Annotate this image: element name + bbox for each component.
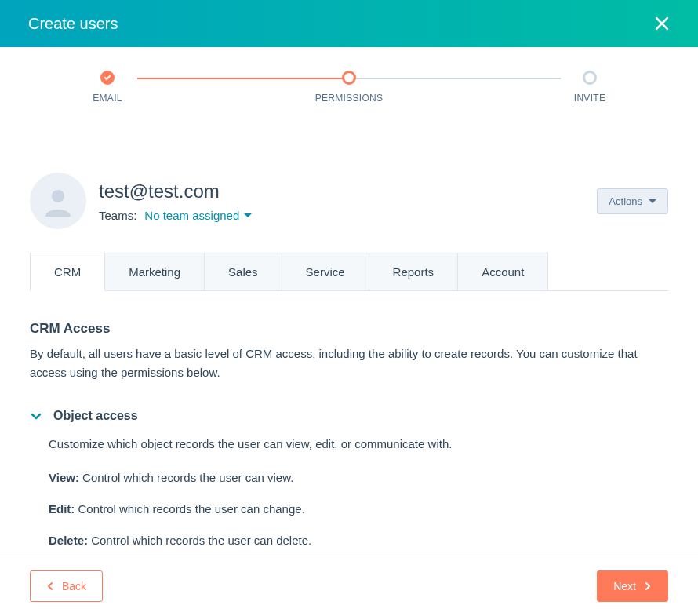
user-info: test@test.com Teams: No team assigned (99, 180, 252, 222)
step-circle-pending (583, 71, 597, 85)
teams-select[interactable]: No team assigned (144, 209, 252, 222)
footer: Back Next (0, 556, 698, 616)
object-access-toggle[interactable]: Object access (30, 409, 668, 423)
step-permissions[interactable]: PERMISSIONS (318, 71, 380, 104)
svg-point-0 (52, 190, 64, 202)
next-button[interactable]: Next (597, 570, 668, 602)
tab-sales[interactable]: Sales (204, 253, 282, 290)
step-invite[interactable]: INVITE (558, 71, 621, 104)
modal-title: Create users (28, 15, 118, 33)
modal-header: Create users (0, 0, 698, 47)
step-line-completed (137, 78, 351, 79)
permission-desc: Control which records the user can delet… (88, 534, 311, 547)
team-value: No team assigned (144, 209, 239, 222)
permission-desc: Control which records the user can view. (79, 471, 293, 484)
user-identity: test@test.com Teams: No team assigned (30, 173, 252, 229)
actions-label: Actions (609, 195, 642, 207)
back-label: Back (62, 580, 86, 592)
tab-account[interactable]: Account (457, 253, 548, 290)
object-access-desc: Customize which object records the user … (49, 437, 668, 450)
object-access-title: Object access (53, 409, 138, 423)
tab-crm[interactable]: CRM (30, 253, 105, 291)
permission-line: Delete: Control which records the user c… (49, 532, 668, 549)
tab-service[interactable]: Service (282, 253, 369, 290)
next-label: Next (613, 580, 636, 592)
actions-button[interactable]: Actions (597, 188, 668, 214)
permission-line: Edit: Control which records the user can… (49, 501, 668, 518)
user-email: test@test.com (99, 180, 252, 202)
step-circle-active (342, 71, 356, 85)
stepper: EMAIL PERMISSIONS INVITE (0, 47, 698, 86)
permission-label: Delete: (49, 534, 88, 547)
teams-label: Teams: (99, 209, 136, 222)
tab-marketing[interactable]: Marketing (104, 253, 205, 290)
step-label: INVITE (574, 93, 605, 104)
tabs: CRM Marketing Sales Service Reports Acco… (30, 253, 668, 291)
step-label: PERMISSIONS (315, 93, 384, 104)
caret-down-icon (244, 213, 252, 217)
step-circle-completed (100, 71, 115, 85)
person-icon (41, 184, 75, 218)
permission-label: View: (49, 471, 79, 484)
avatar (30, 173, 86, 229)
chevron-down-icon (30, 410, 42, 422)
close-button[interactable] (654, 16, 670, 31)
permission-label: Edit: (49, 502, 75, 516)
chevron-left-icon (46, 581, 54, 591)
teams-row: Teams: No team assigned (99, 209, 252, 222)
tab-reports[interactable]: Reports (369, 253, 459, 290)
check-icon (104, 74, 111, 82)
permission-desc: Control which records the user can chang… (75, 502, 305, 516)
section-title: CRM Access (30, 321, 668, 337)
user-header: test@test.com Teams: No team assigned Ac… (30, 173, 668, 229)
content-area: test@test.com Teams: No team assigned Ac… (0, 157, 698, 581)
step-label: EMAIL (93, 93, 122, 104)
step-email[interactable]: EMAIL (76, 71, 139, 104)
permission-line: View: Control which records the user can… (49, 469, 668, 487)
close-icon (654, 16, 670, 31)
chevron-right-icon (644, 581, 652, 591)
step-line-pending (355, 78, 561, 79)
caret-down-icon (649, 199, 656, 203)
section-description: By default, all users have a basic level… (30, 344, 668, 382)
back-button[interactable]: Back (30, 570, 103, 602)
